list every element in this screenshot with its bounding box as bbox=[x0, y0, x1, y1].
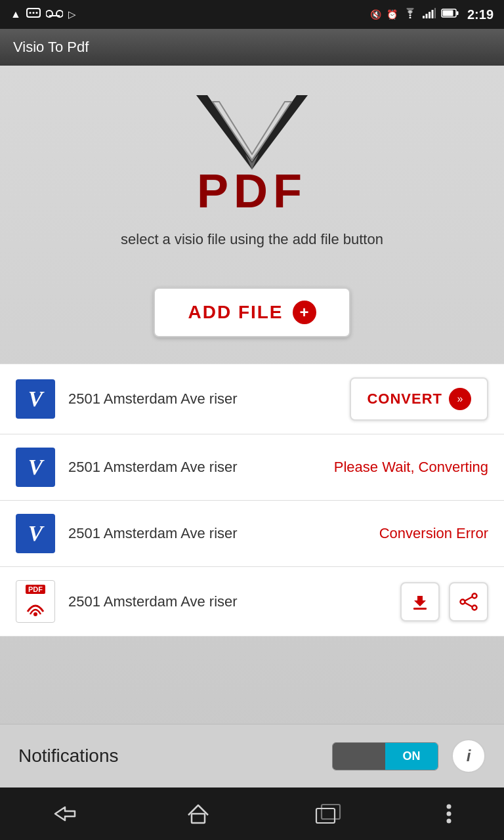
back-button[interactable] bbox=[52, 804, 81, 824]
instruction-text: select a visio file using the add file b… bbox=[121, 231, 383, 248]
download-icon bbox=[410, 592, 430, 612]
notification-icon: ▲ bbox=[10, 9, 21, 20]
signal-icon bbox=[423, 8, 436, 21]
svg-rect-10 bbox=[429, 12, 430, 18]
chat-icon bbox=[26, 8, 41, 22]
notifications-label: Notifications bbox=[18, 746, 319, 766]
status-right-icons: 🔇 ⏰ 2:19 bbox=[370, 7, 494, 22]
wifi-icon bbox=[403, 8, 417, 21]
visio-icon: V bbox=[16, 514, 55, 553]
mute-icon: 🔇 bbox=[370, 9, 381, 20]
file-name: 2501 Amsterdam Ave riser bbox=[68, 459, 321, 476]
app-title: Visio To Pdf bbox=[13, 39, 89, 56]
convert-button-label: CONVERT bbox=[367, 390, 442, 408]
toggle-off-side bbox=[333, 743, 385, 770]
svg-rect-27 bbox=[192, 814, 205, 823]
title-bar: Visio To Pdf bbox=[0, 29, 504, 66]
svg-line-25 bbox=[465, 597, 472, 600]
clock-icon: ⏰ bbox=[387, 9, 398, 20]
add-file-button-label: ADD FILE bbox=[188, 302, 283, 323]
svg-rect-29 bbox=[322, 805, 340, 819]
time-display: 2:19 bbox=[467, 7, 494, 22]
svg-point-3 bbox=[35, 12, 37, 14]
notifications-toggle[interactable]: ON bbox=[332, 742, 438, 770]
home-button[interactable] bbox=[185, 802, 211, 826]
svg-point-24 bbox=[472, 605, 477, 610]
svg-point-1 bbox=[29, 12, 31, 14]
add-file-button[interactable]: ADD FILE + bbox=[154, 287, 350, 337]
svg-rect-21 bbox=[413, 608, 427, 610]
plus-icon: + bbox=[293, 301, 316, 324]
convert-button[interactable]: CONVERT » bbox=[350, 377, 488, 421]
bottom-navigation bbox=[0, 788, 504, 840]
menu-button[interactable] bbox=[446, 803, 452, 824]
file-list: V 2501 Amsterdam Ave riser CONVERT » V 2… bbox=[0, 364, 504, 637]
status-left-icons: ▲ ▷ bbox=[10, 8, 76, 22]
svg-rect-6 bbox=[49, 15, 60, 16]
pdf-file-icon: PDF bbox=[16, 580, 55, 623]
svg-rect-28 bbox=[316, 808, 335, 823]
share-button[interactable] bbox=[449, 582, 488, 621]
svg-rect-15 bbox=[456, 11, 458, 15]
convert-chevron-icon: » bbox=[449, 388, 471, 410]
voicemail-icon bbox=[46, 9, 63, 20]
visio-icon: V bbox=[16, 379, 55, 419]
file-name: 2501 Amsterdam Ave riser bbox=[68, 593, 387, 610]
svg-point-32 bbox=[446, 819, 451, 824]
visio-icon: V bbox=[16, 448, 55, 487]
battery-icon bbox=[441, 8, 459, 21]
info-icon: i bbox=[467, 747, 471, 765]
action-buttons bbox=[400, 582, 488, 621]
toggle-on-label: ON bbox=[385, 743, 438, 770]
logo-pdf-text: PDF bbox=[197, 164, 307, 218]
svg-point-7 bbox=[409, 17, 411, 19]
svg-rect-11 bbox=[431, 10, 433, 18]
main-content: PDF select a visio file using the add fi… bbox=[0, 66, 504, 788]
svg-rect-14 bbox=[442, 10, 453, 16]
download-button[interactable] bbox=[400, 582, 440, 621]
svg-point-23 bbox=[461, 599, 465, 604]
svg-point-30 bbox=[446, 805, 451, 809]
file-name: 2501 Amsterdam Ave riser bbox=[68, 525, 366, 542]
conversion-error-status: Conversion Error bbox=[379, 525, 488, 542]
file-row: V 2501 Amsterdam Ave riser Please Wait, … bbox=[0, 434, 504, 501]
recent-apps-button[interactable] bbox=[315, 803, 341, 824]
svg-rect-12 bbox=[434, 8, 436, 18]
svg-rect-8 bbox=[423, 16, 425, 18]
share-icon bbox=[459, 592, 478, 612]
svg-rect-9 bbox=[425, 14, 427, 18]
acrobat-icon bbox=[25, 593, 46, 621]
converting-status: Please Wait, Converting bbox=[334, 459, 488, 476]
svg-line-26 bbox=[465, 602, 472, 606]
file-name: 2501 Amsterdam Ave riser bbox=[68, 390, 337, 408]
logo-container: PDF bbox=[193, 92, 311, 218]
file-row: V 2501 Amsterdam Ave riser Conversion Er… bbox=[0, 501, 504, 567]
info-button[interactable]: i bbox=[452, 739, 486, 773]
status-bar: ▲ ▷ 🔇 ⏰ bbox=[0, 0, 504, 29]
file-row: V 2501 Amsterdam Ave riser CONVERT » bbox=[0, 364, 504, 434]
svg-point-31 bbox=[446, 812, 451, 816]
notifications-bar: Notifications ON i bbox=[0, 724, 504, 788]
play-icon: ▷ bbox=[68, 9, 76, 20]
svg-point-2 bbox=[32, 12, 34, 14]
pdf-label: PDF bbox=[26, 585, 45, 594]
file-row: PDF 2501 Amsterdam Ave riser bbox=[0, 567, 504, 636]
svg-point-20 bbox=[33, 612, 37, 616]
svg-point-22 bbox=[472, 593, 477, 598]
